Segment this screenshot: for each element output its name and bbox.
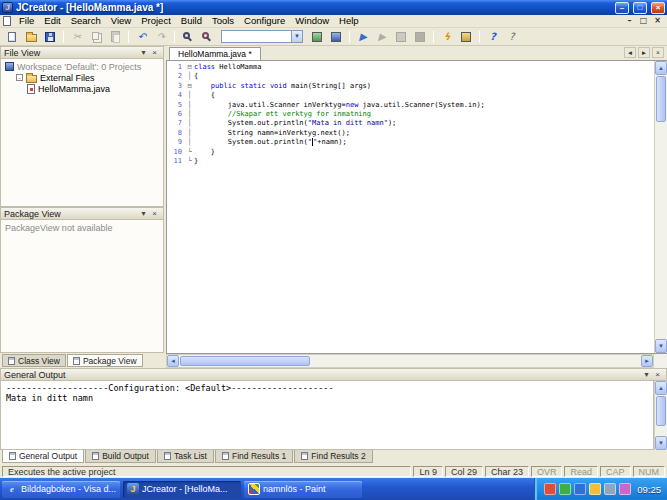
taskbar-button-jcreator-helloma[interactable]: JJCreator - [HelloMa... — [123, 481, 241, 498]
menu-window[interactable]: Window — [290, 15, 334, 27]
ant-build-button[interactable]: ϟ — [438, 29, 456, 45]
scroll-up-icon[interactable]: ▲ — [655, 381, 667, 395]
scroll-down-icon[interactable]: ▼ — [655, 436, 667, 450]
close-icon[interactable]: × — [652, 369, 663, 380]
output-vertical-scrollbar[interactable]: ▲ ▼ — [654, 381, 667, 450]
redo-button: ↷ — [152, 29, 170, 45]
close-icon[interactable]: × — [149, 208, 160, 219]
menu-help[interactable]: Help — [334, 15, 364, 27]
find-in-files-button[interactable] — [198, 29, 216, 45]
mdi-restore-button[interactable]: □ — [637, 16, 650, 27]
menu-search[interactable]: Search — [66, 15, 106, 27]
context-help-button[interactable]: ? — [503, 29, 521, 45]
mdi-close-button[interactable]: × — [651, 16, 664, 27]
code-area[interactable]: 1⊟class HelloMamma2│{3⊟ public static vo… — [167, 61, 654, 353]
tray-icon-4[interactable] — [589, 483, 601, 495]
tree-item-external-files[interactable]: -External Files — [1, 72, 163, 83]
code-text[interactable]: } — [194, 157, 654, 166]
tray-icon-5[interactable] — [604, 483, 616, 495]
pin-icon[interactable]: ▾ — [138, 208, 149, 219]
scroll-left-icon[interactable]: ◄ — [167, 355, 179, 367]
status-ln: Ln 9 — [413, 466, 443, 477]
pin-icon[interactable]: ▾ — [138, 47, 149, 58]
close-icon[interactable]: × — [149, 47, 160, 58]
toolbar-separator — [174, 31, 175, 43]
code-text[interactable]: String namn=inVerktyg.next(); — [194, 129, 654, 138]
minimize-button[interactable]: – — [615, 2, 629, 14]
tab-find-results-2[interactable]: Find Results 2 — [294, 450, 372, 463]
tray-icon-3[interactable] — [574, 483, 586, 495]
tab-close-icon[interactable]: × — [652, 47, 664, 58]
code-text[interactable]: //Skapar ett verktyg for inmatning — [194, 110, 654, 119]
tray-icon-1[interactable] — [544, 483, 556, 495]
new-file-button[interactable] — [3, 29, 21, 45]
code-text[interactable]: public static void main(String[] args) — [194, 82, 654, 91]
scroll-thumb[interactable] — [656, 76, 666, 122]
tab-scroll-right-icon[interactable]: ► — [638, 47, 650, 58]
editor-hscroll-row: ◄ ► — [166, 354, 667, 368]
class-wizard-button[interactable] — [457, 29, 475, 45]
editor-vertical-scrollbar[interactable]: ▲ ▼ — [654, 61, 667, 353]
undo-button[interactable]: ↶ — [133, 29, 151, 45]
member-combo[interactable]: ▼ — [221, 30, 303, 43]
mdi-minimize-button[interactable]: – — [623, 16, 636, 27]
tree-item-label: External Files — [40, 73, 95, 83]
open-file-button[interactable] — [22, 29, 40, 45]
tab-general-output[interactable]: General Output — [2, 450, 84, 463]
tray-icon-6[interactable] — [619, 483, 631, 495]
fold-marker: └ — [185, 148, 194, 157]
restore-button[interactable]: □ — [633, 2, 647, 14]
jcreator-window: J JCreator - [HelloMamma.java *] – □ × F… — [0, 0, 667, 500]
tab-task-list[interactable]: Task List — [157, 450, 214, 463]
scroll-down-icon[interactable]: ▼ — [655, 339, 667, 353]
scroll-thumb[interactable] — [180, 356, 310, 366]
status-col: Col 29 — [445, 466, 483, 477]
collapse-icon[interactable]: - — [16, 74, 23, 81]
code-text[interactable]: System.out.println(""+namn); — [194, 138, 654, 147]
menu-project[interactable]: Project — [136, 15, 176, 27]
tab-class-view[interactable]: Class View — [2, 354, 66, 367]
status-char: Char 23 — [485, 466, 529, 477]
menu-view[interactable]: View — [106, 15, 136, 27]
code-text[interactable]: } — [194, 148, 654, 157]
close-button[interactable]: × — [651, 2, 665, 14]
tab-find-results-1[interactable]: Find Results 1 — [215, 450, 293, 463]
pin-icon[interactable]: ▾ — [641, 369, 652, 380]
menu-edit[interactable]: Edit — [39, 15, 65, 27]
tab-label: Find Results 2 — [311, 451, 365, 461]
scroll-thumb[interactable] — [656, 396, 666, 426]
run-project-button[interactable]: ▶ — [354, 29, 372, 45]
code-text[interactable]: { — [194, 72, 654, 81]
editor-horizontal-scrollbar[interactable]: ◄ ► — [166, 354, 654, 368]
help-button[interactable]: ? — [484, 29, 502, 45]
menu-tools[interactable]: Tools — [207, 15, 239, 27]
tree-item-hellomamma-java[interactable]: HelloMamma.java — [1, 83, 163, 94]
tray-icon-2[interactable] — [559, 483, 571, 495]
menu-build[interactable]: Build — [176, 15, 207, 27]
code-text[interactable]: System.out.println("Mata in ditt namn"); — [194, 119, 654, 128]
chevron-down-icon[interactable]: ▼ — [291, 31, 302, 42]
tree-item-workspace-default-0-projects[interactable]: Workspace 'Default': 0 Projects — [1, 61, 163, 72]
fold-marker[interactable]: ⊟ — [185, 63, 194, 72]
fold-marker[interactable]: ⊟ — [185, 82, 194, 91]
tab-build-output[interactable]: Build Output — [85, 450, 156, 463]
compile-file-button[interactable] — [308, 29, 326, 45]
fold-marker: │ — [185, 138, 194, 147]
tab-package-view[interactable]: Package View — [67, 354, 143, 367]
tab-scroll-left-icon[interactable]: ◄ — [624, 47, 636, 58]
tab-label: Class View — [18, 356, 60, 366]
scroll-right-icon[interactable]: ► — [641, 355, 653, 367]
find-button[interactable] — [179, 29, 197, 45]
code-text[interactable]: java.util.Scanner inVerktyg=new java.uti… — [194, 101, 654, 110]
tray-clock[interactable]: 09:25 — [637, 484, 661, 495]
build-project-button[interactable] — [327, 29, 345, 45]
save-file-button[interactable] — [41, 29, 59, 45]
code-text[interactable]: { — [194, 91, 654, 100]
code-text[interactable]: class HelloMamma — [194, 63, 654, 72]
scroll-up-icon[interactable]: ▲ — [655, 61, 667, 75]
menu-configure[interactable]: Configure — [239, 15, 290, 27]
taskbar-button-namnl-s-paint[interactable]: namnlös - Paint — [244, 481, 362, 498]
taskbar-button-bilddagboken-visa-d[interactable]: eBilddagboken - Visa d... — [2, 481, 120, 498]
editor-tab[interactable]: HelloMamma.java * — [169, 47, 261, 60]
menu-file[interactable]: File — [14, 15, 39, 27]
